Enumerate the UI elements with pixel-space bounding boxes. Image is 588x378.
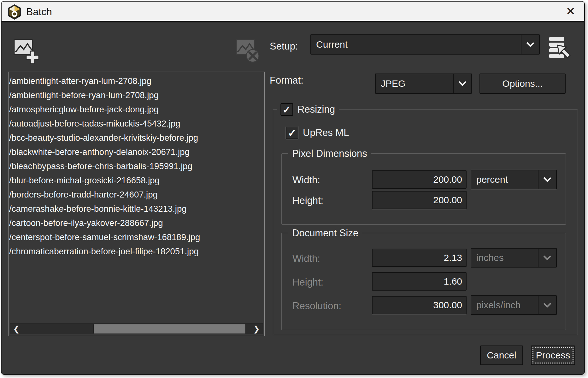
document-size-legend: Document Size <box>288 226 362 241</box>
ds-width-label: Width: <box>292 253 320 264</box>
file-item[interactable]: /blackwhite-before-anthony-delanoix-2067… <box>9 145 264 159</box>
resizing-legend: ✓ Resizing <box>277 102 339 117</box>
file-item[interactable]: /ambientlight-before-ryan-lum-2708.jpg <box>9 88 264 102</box>
add-images-icon[interactable] <box>12 37 39 66</box>
ds-resolution-label: Resolution: <box>292 300 341 312</box>
ds-width-unit-select: inches <box>471 248 557 268</box>
pd-width-unit-select[interactable]: percent <box>471 170 557 189</box>
scroll-right-icon[interactable]: ❯ <box>250 324 263 334</box>
batch-dialog: Batch ✕ Setup: Current <box>1 1 585 375</box>
chevron-down-icon <box>538 170 556 189</box>
pd-height-input[interactable] <box>372 191 467 209</box>
resizing-checkbox[interactable]: ✓ <box>280 103 293 116</box>
pixel-dimensions-title: Pixel Dimensions <box>292 148 367 159</box>
pd-height-label: Height: <box>292 195 323 206</box>
pd-width-unit-value: percent <box>471 174 538 185</box>
pd-width-input[interactable] <box>372 170 467 189</box>
setup-label: Setup: <box>270 41 298 52</box>
dialog-title: Batch <box>26 2 52 22</box>
cancel-button[interactable]: Cancel <box>480 346 523 365</box>
h-scrollbar-thumb[interactable] <box>93 324 246 334</box>
upres-row: ✓ UpRes ML <box>286 125 353 140</box>
file-list-items: /ambientlight-after-ryan-lum-2708.jpg /a… <box>9 72 264 258</box>
save-preset-icon[interactable] <box>548 35 573 62</box>
upres-ml-checkbox[interactable]: ✓ <box>286 127 298 139</box>
file-item[interactable]: /atmosphericglow-before-jack-dong.jpg <box>9 102 264 116</box>
file-item[interactable]: /camerashake-before-bonnie-kittle-143213… <box>9 202 264 216</box>
check-icon: ✓ <box>288 128 297 138</box>
ds-height-label: Height: <box>292 277 323 288</box>
format-select[interactable]: JPEG <box>375 74 472 94</box>
file-item[interactable]: /chromaticaberration-before-joel-filipe-… <box>9 244 264 258</box>
ds-width-unit-value: inches <box>471 252 538 263</box>
pd-width-label: Width: <box>292 174 320 186</box>
close-icon[interactable]: ✕ <box>566 2 575 21</box>
chevron-down-icon <box>538 249 556 267</box>
format-options-button[interactable]: Options... <box>479 74 566 94</box>
scrollbar-track[interactable] <box>23 324 250 334</box>
file-list[interactable]: /ambientlight-after-ryan-lum-2708.jpg /a… <box>8 72 265 336</box>
upres-ml-label: UpRes ML <box>303 127 349 139</box>
scroll-left-icon[interactable]: ❮ <box>10 324 23 334</box>
format-select-value: JPEG <box>376 78 453 89</box>
process-button[interactable]: Process <box>531 346 575 365</box>
horizontal-scrollbar[interactable]: ❮ ❯ <box>10 323 263 334</box>
setup-select[interactable]: Current <box>310 34 540 55</box>
format-label: Format: <box>270 75 303 86</box>
ds-height-input <box>372 272 467 291</box>
on1-logo-icon <box>7 4 22 20</box>
document-size-title: Document Size <box>292 227 358 239</box>
file-item[interactable]: /bleachbypass-before-chris-barbalis-1959… <box>9 159 264 173</box>
ds-width-input <box>372 249 467 267</box>
file-item[interactable]: /blur-before-michal-grosicki-216658.jpg <box>9 173 264 187</box>
file-item[interactable]: /centerspot-before-samuel-scrimshaw-1681… <box>9 230 264 244</box>
chevron-down-icon <box>538 296 556 314</box>
file-item[interactable]: /autoadjust-before-tadas-mikuckis-45432.… <box>9 116 264 131</box>
pixel-dimensions-legend: Pixel Dimensions <box>288 146 371 161</box>
chevron-down-icon <box>521 35 539 54</box>
file-item[interactable]: /bcc-beauty-studio-alexander-krivitskiy-… <box>9 131 264 145</box>
file-item[interactable]: /ambientlight-after-ryan-lum-2708.jpg <box>9 74 264 88</box>
check-icon: ✓ <box>282 104 291 115</box>
file-item[interactable]: /cartoon-before-ilya-yakover-288667.jpg <box>9 216 264 230</box>
ds-resolution-unit-select: pixels/inch <box>471 295 557 315</box>
titlebar: Batch ✕ <box>2 2 584 22</box>
ds-resolution-unit-value: pixels/inch <box>471 300 538 310</box>
resizing-label: Resizing <box>297 104 335 115</box>
chevron-down-icon <box>453 74 471 93</box>
setup-select-value: Current <box>311 39 521 50</box>
file-item[interactable]: /borders-before-tradd-harter-24607.jpg <box>9 187 264 202</box>
remove-images-icon <box>234 37 262 66</box>
ds-resolution-input <box>372 296 467 314</box>
